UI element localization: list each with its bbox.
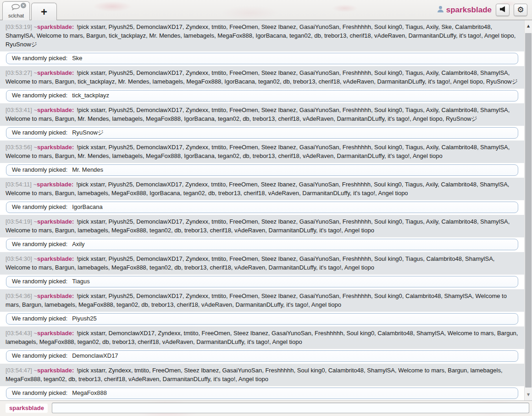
message-timestamp: [03:54:19] xyxy=(6,218,33,225)
chat-bubble-icon xyxy=(11,4,21,12)
message-timestamp: [03:53:19] xyxy=(6,23,33,30)
owner-prefix: ~ xyxy=(33,144,37,151)
message-timestamp: [03:53:41] xyxy=(6,107,33,113)
pick-result-prefix: We randomly picked: xyxy=(12,389,67,396)
owner-prefix: ~ xyxy=(33,23,37,30)
composer-bar: sparksblade xyxy=(0,400,532,416)
header-controls: sparksblade ⚙ xyxy=(437,4,527,20)
pick-result-row: We randomly picked:Tiagus xyxy=(0,275,524,289)
message-text: !pick xstarr, Piyush25, DemonclawXD17, Z… xyxy=(6,181,509,197)
chat-message: [03:53:27] ~sparksblade:!pick xstarr, Pi… xyxy=(0,66,524,89)
tab-bar: × sclchat + sparksblade ⚙ xyxy=(0,0,532,20)
message-text: !pick xstarr, Piyush25, DemonclawXD17, Z… xyxy=(6,218,510,234)
plus-icon: + xyxy=(41,6,47,17)
composer-nick-label: sparksblade xyxy=(6,404,48,413)
pick-result-row: We randomly picked:Axily xyxy=(0,237,524,252)
pick-result-prefix: We randomly picked: xyxy=(12,241,67,247)
owner-prefix: ~ xyxy=(33,292,37,299)
message-timestamp: [03:54:11] xyxy=(6,181,33,188)
pick-result-row: We randomly picked:Ske xyxy=(0,51,524,66)
speaker-icon xyxy=(499,6,506,15)
pick-result-row: We randomly picked:RyuSnowジ xyxy=(0,126,524,141)
owner-prefix: ~ xyxy=(33,69,37,76)
pick-result-row: We randomly picked:tick_tackplayz xyxy=(0,89,524,103)
pick-result-row: We randomly picked:IgorBacana xyxy=(0,200,524,215)
pick-result-box: We randomly picked:Piyush25 xyxy=(6,313,518,325)
gear-icon: ⚙ xyxy=(517,6,524,14)
settings-button[interactable]: ⚙ xyxy=(514,4,527,16)
message-timestamp: [03:54:43] xyxy=(6,330,33,337)
message-sender: sparksblade: xyxy=(37,181,73,188)
tab-sclchat[interactable]: × sclchat xyxy=(2,1,30,20)
pick-result-name: IgorBacana xyxy=(72,203,103,210)
person-icon xyxy=(437,6,444,15)
chat-message: [03:54:47] ~sparksblade:!pick xstarr, Zy… xyxy=(0,364,524,386)
chat-message: [03:54:19] ~sparksblade:!pick xstarr, Pi… xyxy=(0,215,524,237)
message-text: !pick xstarr, Piyush25, DemonclawXD17, Z… xyxy=(6,107,510,122)
chat-scrollbar[interactable]: ▲ ▼ xyxy=(524,20,532,400)
message-timestamp: [03:53:27] xyxy=(6,69,33,76)
message-text: !pick xstarr, Piyush25, DemonclawXD17, Z… xyxy=(6,69,518,85)
pick-result-row: We randomly picked:Mr. Mendes xyxy=(0,163,524,178)
owner-prefix: ~ xyxy=(33,367,37,374)
owner-prefix: ~ xyxy=(33,330,37,337)
chat-log: [03:53:19] ~sparksblade:!pick xstarr, Pi… xyxy=(0,20,524,400)
pick-result-box: We randomly picked:DemonclawXD17 xyxy=(6,350,518,362)
chat-message: [03:54:30] ~sparksblade:!pick xstarr, Pi… xyxy=(0,252,524,275)
pick-result-name: Axily xyxy=(72,241,84,247)
pick-result-box: We randomly picked:tick_tackplayz xyxy=(6,90,518,101)
message-sender: sparksblade: xyxy=(37,367,74,374)
chat-message: [03:54:43] ~sparksblade:!pick xstarr, De… xyxy=(0,326,524,349)
scroll-up-button[interactable]: ▲ xyxy=(525,22,532,30)
message-sender: sparksblade: xyxy=(37,144,74,151)
pick-result-row: We randomly picked:MegaFox888 xyxy=(0,386,524,400)
message-text: !pick xstarr, Piyush25, DemonclawXD17, Z… xyxy=(6,23,515,48)
scroll-down-button[interactable]: ▼ xyxy=(525,391,532,399)
pick-result-name: Tiagus xyxy=(72,278,90,285)
pick-result-row: We randomly picked:DemonclawXD17 xyxy=(0,349,524,364)
message-text: !pick xstarr, Piyush25, DemonclawXD17, Z… xyxy=(6,292,507,308)
message-timestamp: [03:54:30] xyxy=(6,255,33,262)
message-sender: sparksblade: xyxy=(37,23,74,30)
owner-prefix: ~ xyxy=(33,107,37,113)
close-tab-icon[interactable]: × xyxy=(21,3,26,8)
pick-result-prefix: We randomly picked: xyxy=(12,352,67,359)
pick-result-name: MegaFox888 xyxy=(72,389,107,396)
pick-result-box: We randomly picked:Axily xyxy=(6,239,518,250)
pick-result-name: Piyush25 xyxy=(72,315,96,322)
message-text: !pick xstarr, Piyush25, DemonclawXD17, Z… xyxy=(6,144,510,159)
chat-message: [03:53:56] ~sparksblade:!pick xstarr, Pi… xyxy=(0,141,524,163)
message-input[interactable] xyxy=(52,403,529,413)
pick-result-row: We randomly picked:Piyush25 xyxy=(0,312,524,326)
message-text: !pick xstarr, Piyush25, DemonclawXD17, Z… xyxy=(6,255,494,271)
message-sender: sparksblade: xyxy=(37,255,74,262)
scroll-thumb[interactable] xyxy=(525,33,532,388)
pick-result-prefix: We randomly picked: xyxy=(12,315,67,322)
pick-result-box: We randomly picked:Ske xyxy=(6,53,518,64)
pick-result-box: We randomly picked:Tiagus xyxy=(6,276,518,287)
pick-result-name: tick_tackplayz xyxy=(72,92,109,99)
chat-message: [03:53:19] ~sparksblade:!pick xstarr, Pi… xyxy=(0,20,524,51)
pick-result-name: Mr. Mendes xyxy=(72,166,103,173)
pick-result-box: We randomly picked:MegaFox888 xyxy=(6,388,518,399)
pick-result-prefix: We randomly picked: xyxy=(12,92,67,99)
pick-result-prefix: We randomly picked: xyxy=(12,166,67,173)
current-user: sparksblade xyxy=(437,6,492,15)
new-tab-button[interactable]: + xyxy=(31,3,57,20)
pick-result-prefix: We randomly picked: xyxy=(12,278,67,285)
message-text: !pick xstarr, Zyndexx, tmtito, FreeOmen,… xyxy=(6,367,503,382)
chat-message: [03:54:11] ~sparksblade:!pick xstarr, Pi… xyxy=(0,178,524,200)
pick-result-prefix: We randomly picked: xyxy=(12,55,67,62)
mute-button[interactable] xyxy=(496,4,510,16)
pick-result-name: RyuSnowジ xyxy=(72,129,104,136)
pick-result-name: DemonclawXD17 xyxy=(72,352,118,359)
tab-label: sclchat xyxy=(8,13,24,18)
pick-result-prefix: We randomly picked: xyxy=(12,203,67,210)
pick-result-box: We randomly picked:RyuSnowジ xyxy=(6,127,518,139)
pick-result-name: Ske xyxy=(72,55,82,62)
owner-prefix: ~ xyxy=(33,181,37,188)
chat-message: [03:54:36] ~sparksblade:!pick xstarr, Pi… xyxy=(0,289,524,312)
username: sparksblade xyxy=(446,6,492,15)
message-timestamp: [03:54:47] xyxy=(6,367,33,374)
owner-prefix: ~ xyxy=(33,218,37,225)
